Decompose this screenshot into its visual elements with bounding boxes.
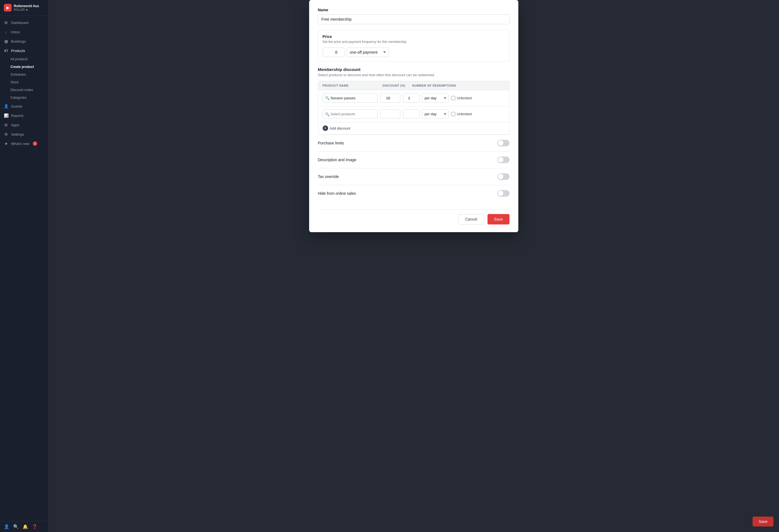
sidebar-label-inbox: Inbox xyxy=(11,30,20,34)
toggle-knob xyxy=(498,174,503,179)
main-area: Name Price Set the price and payment fre… xyxy=(48,0,779,532)
tax-override-toggle[interactable] xyxy=(497,173,510,180)
sidebar-label-reports: Reports xyxy=(11,114,24,118)
discount-table: PRODUCT NAME DISCOUNT (%) NUMBER OF REDE… xyxy=(318,81,510,135)
sidebar-label-whats-new: What's new xyxy=(11,142,29,146)
redemptions-wrap-1: per day per week per month per year Unli… xyxy=(403,93,505,103)
products-subitems: All products Create product Schedules St… xyxy=(0,55,48,102)
sidebar-item-products[interactable]: 🏷 Products xyxy=(0,46,48,55)
frequency-select-1[interactable]: per day per week per month per year xyxy=(422,93,449,103)
toggle-knob xyxy=(498,191,503,196)
subitem-discount-codes[interactable]: Discount codes xyxy=(0,86,48,94)
frequency-select-2[interactable]: per day per week per month per year xyxy=(422,110,449,119)
tax-override-label: Tax override xyxy=(318,175,339,179)
price-input[interactable] xyxy=(322,48,345,57)
subitem-create-product[interactable]: Create product xyxy=(0,63,48,71)
products-icon: 🏷 xyxy=(4,49,8,53)
sidebar-item-apps[interactable]: ⊞ Apps xyxy=(0,120,48,130)
add-discount-row: + Add discount xyxy=(318,122,509,134)
reports-icon: 📊 xyxy=(4,113,8,118)
add-icon: + xyxy=(322,125,328,131)
search-icon[interactable]: 🔍 xyxy=(13,524,19,529)
subitem-categories[interactable]: Categories xyxy=(0,94,48,102)
membership-discount-desc: Select products to discount and how ofte… xyxy=(318,73,510,77)
bottom-save-button[interactable]: Save xyxy=(753,517,774,527)
membership-discount-section: Membership discount Select products to d… xyxy=(318,67,510,135)
discount-table-header: PRODUCT NAME DISCOUNT (%) NUMBER OF REDE… xyxy=(318,81,509,90)
unlimited-checkbox-1[interactable] xyxy=(451,96,455,100)
search-icon-row2: 🔍 xyxy=(325,112,329,116)
redemptions-input-2[interactable] xyxy=(403,110,420,119)
modal-footer: Cancel Save xyxy=(318,209,510,224)
purchase-limits-toggle[interactable] xyxy=(497,140,510,146)
dashboard-icon: ⊞ xyxy=(4,20,8,25)
name-label: Name xyxy=(318,8,510,12)
discount-pct-input-2[interactable] xyxy=(380,110,400,119)
tax-override-section: Tax override xyxy=(318,168,510,185)
sidebar-item-reports[interactable]: 📊 Reports xyxy=(0,111,48,120)
subitem-stock[interactable]: Stock xyxy=(0,78,48,86)
sidebar-item-bookings[interactable]: ▦ Bookings xyxy=(0,37,48,46)
apps-icon: ⊞ xyxy=(4,123,8,127)
hide-online-toggle[interactable] xyxy=(497,190,510,197)
cancel-button[interactable]: Cancel xyxy=(458,214,484,224)
sidebar: ▶ Rollerworld Aus ROLLER ★ ⊞ Dashboard ↓… xyxy=(0,0,48,532)
unlimited-text-2: Unlimited xyxy=(457,112,472,116)
col-header-redemptions: NUMBER OF REDEMPTIONS xyxy=(412,84,505,87)
sidebar-item-settings[interactable]: ⚙ Settings xyxy=(0,130,48,139)
add-discount-label: Add discount xyxy=(330,126,350,130)
brand-header[interactable]: ▶ Rollerworld Aus ROLLER ★ xyxy=(0,0,48,16)
product-search-input-1[interactable] xyxy=(322,93,378,103)
hide-online-label: Hide from online sales xyxy=(318,191,356,196)
sidebar-label-products: Products xyxy=(11,49,25,53)
discount-pct-input-1[interactable] xyxy=(380,93,400,103)
notifications-icon[interactable]: 🔔 xyxy=(22,524,28,529)
col-header-product: PRODUCT NAME xyxy=(322,84,380,87)
name-section: Name xyxy=(318,8,510,24)
payment-type-select[interactable]: one-off payment recurring payment xyxy=(347,48,389,57)
bookings-icon: ▦ xyxy=(4,39,8,44)
price-section: Price Set the price and payment frequenc… xyxy=(318,30,510,62)
whats-new-icon: ★ xyxy=(4,141,8,146)
table-row: 🔍 per day per week per month per y xyxy=(318,90,509,106)
sidebar-label-apps: Apps xyxy=(11,123,19,127)
price-section-title: Price xyxy=(322,35,505,39)
sidebar-item-inbox[interactable]: ↓ Inbox xyxy=(0,27,48,37)
hide-online-section: Hide from online sales xyxy=(318,185,510,202)
redemptions-input-1[interactable] xyxy=(403,93,420,103)
help-icon[interactable]: ❓ xyxy=(32,524,38,529)
modal-backdrop: Name Price Set the price and payment fre… xyxy=(48,0,779,532)
user-icon[interactable]: 👤 xyxy=(4,524,9,529)
purchase-limits-section: Purchase limits xyxy=(318,135,510,151)
product-search-wrap-1: 🔍 xyxy=(322,93,378,103)
save-button[interactable]: Save xyxy=(487,214,510,224)
add-discount-button[interactable]: + Add discount xyxy=(318,122,509,134)
product-search-wrap-2: 🔍 xyxy=(322,110,378,119)
name-input[interactable] xyxy=(318,14,510,24)
unlimited-label-1[interactable]: Unlimited xyxy=(451,96,472,100)
membership-discount-title: Membership discount xyxy=(318,67,510,72)
brand-star: ★ xyxy=(25,8,28,11)
unlimited-checkbox-2[interactable] xyxy=(451,112,455,116)
subitem-all-products[interactable]: All products xyxy=(0,55,48,63)
sidebar-nav: ⊞ Dashboard ↓ Inbox ▦ Bookings 🏷 Product… xyxy=(0,16,48,521)
description-image-toggle[interactable] xyxy=(497,156,510,163)
table-row: 🔍 per day per week per month per year xyxy=(318,106,509,122)
sidebar-item-guests[interactable]: 👤 Guests xyxy=(0,102,48,111)
unlimited-text-1: Unlimited xyxy=(457,96,472,100)
price-row: one-off payment recurring payment xyxy=(322,48,505,57)
product-search-input-2[interactable] xyxy=(322,110,378,119)
sidebar-bottom: 👤 🔍 🔔 ❓ xyxy=(0,521,48,532)
brand-sub: ROLLER ★ xyxy=(14,8,39,11)
description-image-section: Description and Image xyxy=(318,151,510,168)
sidebar-item-whats-new[interactable]: ★ What's new 3 xyxy=(0,139,48,148)
settings-icon: ⚙ xyxy=(4,132,8,136)
unlimited-label-2[interactable]: Unlimited xyxy=(451,112,472,116)
col-header-discount: DISCOUNT (%) xyxy=(382,84,410,87)
subitem-schedules[interactable]: Schedules xyxy=(0,71,48,78)
sidebar-item-dashboard[interactable]: ⊞ Dashboard xyxy=(0,18,48,27)
inbox-icon: ↓ xyxy=(4,30,8,34)
guests-icon: 👤 xyxy=(4,104,8,109)
description-image-label: Description and Image xyxy=(318,157,356,162)
toggle-knob xyxy=(498,140,503,146)
